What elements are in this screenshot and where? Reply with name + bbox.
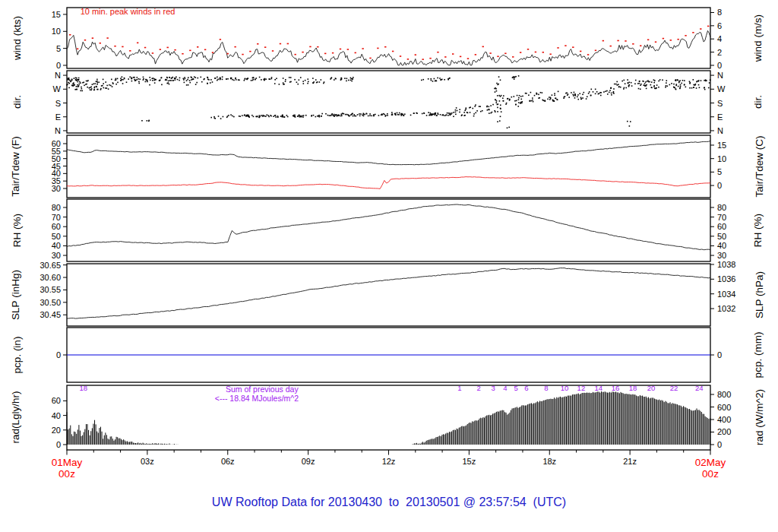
y-axis-label-right-dir: dir. xyxy=(752,95,764,109)
svg-text:3: 3 xyxy=(491,384,495,392)
svg-text:N: N xyxy=(55,71,61,80)
y-axis-label-left-dir: dir. xyxy=(11,95,23,109)
svg-text:0: 0 xyxy=(56,350,61,359)
svg-text:0: 0 xyxy=(717,440,722,449)
svg-text:50: 50 xyxy=(717,232,726,241)
y-axis-label-left-wind: wind (kts) xyxy=(11,16,23,60)
svg-text:18z: 18z xyxy=(542,457,556,466)
svg-text:30.50: 30.50 xyxy=(40,298,61,307)
svg-text:6: 6 xyxy=(717,21,722,30)
x-axis-start-date: 01May 00z xyxy=(52,457,83,480)
y-axis-label-left-rh: RH (%) xyxy=(11,214,23,247)
svg-text:12: 12 xyxy=(577,384,586,392)
end-date-line2: 00z xyxy=(695,468,726,480)
svg-text:20: 20 xyxy=(647,384,656,392)
svg-text:15z: 15z xyxy=(463,457,476,466)
svg-text:40: 40 xyxy=(717,241,726,250)
svg-text:10: 10 xyxy=(717,154,726,163)
weather-station-plot-page: 1510508642010 min. peak winds in redNWSE… xyxy=(0,0,778,532)
svg-text:10: 10 xyxy=(52,27,61,36)
weather-chart-canvas: 1510508642010 min. peak winds in redNWSE… xyxy=(0,0,778,532)
svg-text:14: 14 xyxy=(595,384,603,392)
svg-text:12z: 12z xyxy=(382,457,396,466)
svg-text:0: 0 xyxy=(717,181,722,190)
svg-text:6: 6 xyxy=(524,384,528,392)
svg-text:N: N xyxy=(717,126,723,135)
chart-title: UW Rooftop Data for 20130430 to 20130501… xyxy=(0,496,778,509)
svg-text:50: 50 xyxy=(52,232,61,241)
svg-text:400: 400 xyxy=(717,415,731,424)
svg-text:0: 0 xyxy=(717,61,722,70)
svg-text:20: 20 xyxy=(52,426,61,435)
svg-text:15: 15 xyxy=(52,10,61,19)
svg-text:1034: 1034 xyxy=(717,290,735,299)
svg-text:200: 200 xyxy=(717,427,731,436)
svg-text:N: N xyxy=(55,126,61,135)
y-axis-label-left-pcp: pcp. (in) xyxy=(11,337,23,374)
svg-text:70: 70 xyxy=(717,213,726,222)
svg-text:2: 2 xyxy=(717,48,722,57)
svg-text:30: 30 xyxy=(717,251,726,260)
start-date-line2: 00z xyxy=(52,468,83,480)
svg-text:80: 80 xyxy=(52,203,61,212)
svg-text:24: 24 xyxy=(695,384,704,392)
svg-text:W: W xyxy=(717,84,726,93)
svg-text:09z: 09z xyxy=(302,457,315,466)
svg-text:4: 4 xyxy=(717,34,722,43)
svg-text:8: 8 xyxy=(544,384,548,392)
svg-text:5: 5 xyxy=(514,384,517,392)
svg-text:22: 22 xyxy=(670,384,678,392)
svg-text:70: 70 xyxy=(52,213,61,222)
svg-text:10: 10 xyxy=(561,384,569,392)
svg-text:0: 0 xyxy=(56,440,61,449)
svg-text:18: 18 xyxy=(629,384,637,392)
svg-text:W: W xyxy=(53,84,62,93)
y-axis-label-right-wind: wind (m/s) xyxy=(752,14,764,62)
svg-text:18: 18 xyxy=(80,384,88,392)
svg-text:60: 60 xyxy=(52,222,61,231)
svg-text:1032: 1032 xyxy=(717,304,735,313)
svg-text:30.60: 30.60 xyxy=(40,273,61,282)
svg-text:30: 30 xyxy=(52,184,61,193)
svg-text:0: 0 xyxy=(56,61,61,70)
svg-text:60: 60 xyxy=(52,396,61,405)
svg-text:40: 40 xyxy=(52,241,61,250)
svg-text:800: 800 xyxy=(717,390,731,399)
svg-text:N: N xyxy=(717,71,723,80)
svg-text:5: 5 xyxy=(717,167,722,176)
svg-text:Sum of previous day: Sum of previous day xyxy=(226,385,299,394)
end-date-line1: 02May xyxy=(695,457,726,468)
svg-text:03z: 03z xyxy=(141,457,154,466)
svg-text:5: 5 xyxy=(56,44,61,53)
svg-text:16: 16 xyxy=(612,384,620,392)
svg-text:80: 80 xyxy=(717,203,726,212)
start-date-line1: 01May xyxy=(52,457,83,468)
svg-text:15: 15 xyxy=(717,141,726,150)
svg-text:1036: 1036 xyxy=(717,274,735,283)
svg-text:S: S xyxy=(717,99,723,108)
svg-text:8: 8 xyxy=(717,8,722,17)
svg-text:600: 600 xyxy=(717,403,731,412)
svg-text:60: 60 xyxy=(717,222,726,231)
y-axis-label-right-slp: SLP (hPa) xyxy=(754,271,765,318)
svg-text:30.45: 30.45 xyxy=(40,310,61,319)
svg-text:10 min. peak winds in red: 10 min. peak winds in red xyxy=(81,7,176,16)
svg-text:S: S xyxy=(55,99,61,108)
svg-text:40: 40 xyxy=(52,411,61,420)
svg-text:4: 4 xyxy=(503,384,507,392)
svg-text:30.55: 30.55 xyxy=(40,285,61,294)
svg-text:0: 0 xyxy=(717,350,722,359)
svg-text:06z: 06z xyxy=(221,457,235,466)
svg-text:<--- 18.84 MJoules/m^2: <--- 18.84 MJoules/m^2 xyxy=(215,394,299,403)
svg-text:30.65: 30.65 xyxy=(40,261,61,270)
svg-text:30: 30 xyxy=(52,251,61,260)
y-axis-label-left-slp: SLP (inHg) xyxy=(10,270,21,320)
svg-text:1038: 1038 xyxy=(717,260,735,269)
y-axis-label-right-rh: RH (%) xyxy=(752,214,764,247)
y-axis-label-right-pcp: pcp. (mm) xyxy=(752,332,764,378)
y-axis-label-right-rad: rad (W/m^2) xyxy=(754,389,765,445)
svg-text:21z: 21z xyxy=(623,457,637,466)
y-axis-label-left-temp: Tair/Tdew (F) xyxy=(10,136,21,197)
svg-text:E: E xyxy=(55,112,61,122)
x-axis-end-date: 02May 00z xyxy=(695,457,726,480)
